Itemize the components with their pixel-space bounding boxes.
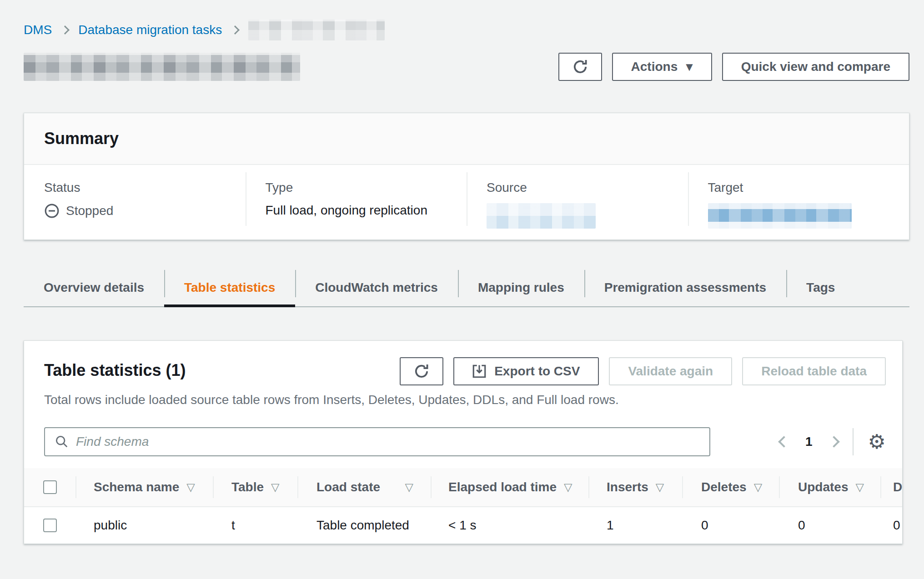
select-all-cell	[24, 468, 75, 506]
search-icon	[55, 435, 69, 449]
sort-icon[interactable]: ▽	[186, 481, 195, 494]
validate-again-button[interactable]: Validate again	[609, 357, 732, 385]
page-header: Actions ▼ Quick view and compare	[24, 53, 909, 81]
type-value: Full load, ongoing replication	[266, 203, 467, 218]
pagination: 1 ⚙	[780, 428, 886, 455]
breadcrumb-link-dms[interactable]: DMS	[24, 23, 52, 37]
sort-icon[interactable]: ▽	[271, 481, 279, 494]
cell-table: t	[213, 507, 297, 544]
cell-inserts: 1	[588, 507, 682, 544]
column-header-table[interactable]: Table ▽	[213, 468, 297, 506]
column-header-load-state[interactable]: Load state ▽	[297, 468, 431, 506]
cell-elapsed-load-time: < 1 s	[431, 507, 588, 544]
chevron-down-icon: ▼	[686, 62, 693, 71]
table-toolbar: 1 ⚙	[24, 427, 902, 456]
status-value: Stopped	[44, 203, 246, 219]
reload-table-data-button[interactable]: Reload table data	[742, 357, 886, 385]
stopped-icon	[44, 203, 60, 219]
cell-ddls: 0	[880, 507, 903, 544]
summary-field-type: Type Full load, ongoing replication	[246, 165, 467, 239]
row-checkbox[interactable]	[43, 519, 57, 532]
status-text: Stopped	[66, 204, 113, 218]
schema-search-box	[44, 427, 710, 456]
column-label: Elapsed load time	[448, 480, 557, 494]
tab-mapping-rules[interactable]: Mapping rules	[458, 269, 584, 306]
target-value-redacted	[708, 203, 852, 229]
quick-view-and-compare-button[interactable]: Quick view and compare	[722, 53, 909, 81]
sort-icon[interactable]: ▽	[656, 481, 664, 494]
page-title-redacted	[24, 53, 300, 81]
column-label: Table	[231, 480, 264, 494]
source-label: Source	[487, 180, 688, 195]
breadcrumb-link-database-migration-tasks[interactable]: Database migration tasks	[78, 23, 222, 37]
chevron-right-icon	[60, 25, 70, 35]
cell-load-state: Table completed	[297, 507, 431, 544]
cell-schema-name: public	[75, 507, 213, 544]
summary-card: Summary Status Stopped Type Full load, o…	[24, 113, 909, 240]
table-statistics-title: Table statistics (1)	[44, 357, 186, 380]
refresh-icon	[413, 363, 430, 379]
target-label: Target	[708, 180, 909, 195]
table-row: public t Table completed < 1 s 1 0 0 0	[24, 507, 902, 544]
summary-field-status: Status Stopped	[24, 165, 246, 239]
tab-cloudwatch-metrics[interactable]: CloudWatch metrics	[295, 269, 458, 306]
sort-icon[interactable]: ▽	[405, 481, 413, 494]
column-label: Inserts	[607, 480, 648, 494]
table-statistics-panel: Table statistics (1) Export to CSV Valid…	[24, 340, 903, 544]
tab-tags[interactable]: Tags	[786, 269, 855, 306]
cell-deletes: 0	[682, 507, 779, 544]
select-all-checkbox[interactable]	[43, 480, 57, 494]
tab-overview-details[interactable]: Overview details	[24, 269, 164, 306]
column-header-schema-name[interactable]: Schema name ▽	[75, 468, 213, 506]
sort-icon[interactable]: ▽	[564, 481, 572, 494]
next-page-button[interactable]	[828, 436, 839, 447]
export-to-csv-label: Export to CSV	[494, 364, 580, 379]
summary-card-header: Summary	[24, 113, 909, 165]
column-header-deletes[interactable]: Deletes ▽	[682, 468, 779, 506]
source-value-redacted	[487, 203, 596, 229]
column-label: Deletes	[701, 480, 747, 494]
actions-button[interactable]: Actions ▼	[612, 53, 712, 81]
summary-body: Status Stopped Type Full load, ongoing r…	[24, 165, 909, 239]
actions-button-label: Actions	[631, 60, 678, 74]
column-label: DDLs	[893, 480, 903, 494]
tab-bar: Overview details Table statistics CloudW…	[24, 269, 909, 307]
summary-field-source: Source	[467, 165, 688, 239]
chevron-right-icon	[231, 25, 240, 35]
table-statistics-actions: Export to CSV Validate again Reload tabl…	[400, 357, 886, 385]
column-header-ddls[interactable]: DDLs	[880, 468, 903, 506]
column-label: Schema name	[94, 480, 179, 494]
summary-title: Summary	[44, 129, 119, 148]
summary-field-target: Target	[688, 165, 909, 239]
find-schema-input[interactable]	[76, 428, 709, 455]
breadcrumb: DMS Database migration tasks	[24, 0, 909, 41]
table-statistics-description: Total rows include loaded source table r…	[24, 393, 902, 407]
column-header-inserts[interactable]: Inserts ▽	[588, 468, 682, 506]
column-label: Load state	[316, 480, 380, 494]
column-header-elapsed-load-time[interactable]: Elapsed load time ▽	[431, 468, 588, 506]
table-header-row: Schema name ▽ Table ▽ Load state ▽ Elaps…	[24, 468, 902, 507]
refresh-icon	[572, 59, 588, 75]
breadcrumb-current-item-redacted	[248, 20, 385, 40]
previous-page-button[interactable]	[778, 436, 789, 447]
header-actions: Actions ▼ Quick view and compare	[558, 53, 909, 81]
export-to-csv-button[interactable]: Export to CSV	[453, 357, 599, 385]
export-download-icon	[472, 364, 486, 378]
settings-gear-button[interactable]: ⚙	[868, 432, 886, 452]
row-select-cell	[24, 507, 75, 544]
current-page-number: 1	[805, 434, 813, 449]
table-statistics-header: Table statistics (1) Export to CSV Valid…	[24, 341, 902, 385]
status-label: Status	[44, 180, 246, 195]
pagination-divider	[853, 428, 854, 455]
table-refresh-button[interactable]	[400, 357, 443, 385]
source-value	[487, 203, 688, 229]
tab-premigration-assessments[interactable]: Premigration assessments	[584, 269, 786, 306]
tab-table-statistics[interactable]: Table statistics	[164, 269, 295, 306]
sort-icon[interactable]: ▽	[855, 481, 864, 494]
target-value	[708, 203, 909, 229]
column-label: Updates	[798, 480, 848, 494]
refresh-button[interactable]	[558, 53, 602, 81]
sort-icon[interactable]: ▽	[754, 481, 762, 494]
cell-updates: 0	[779, 507, 880, 544]
column-header-updates[interactable]: Updates ▽	[779, 468, 880, 506]
